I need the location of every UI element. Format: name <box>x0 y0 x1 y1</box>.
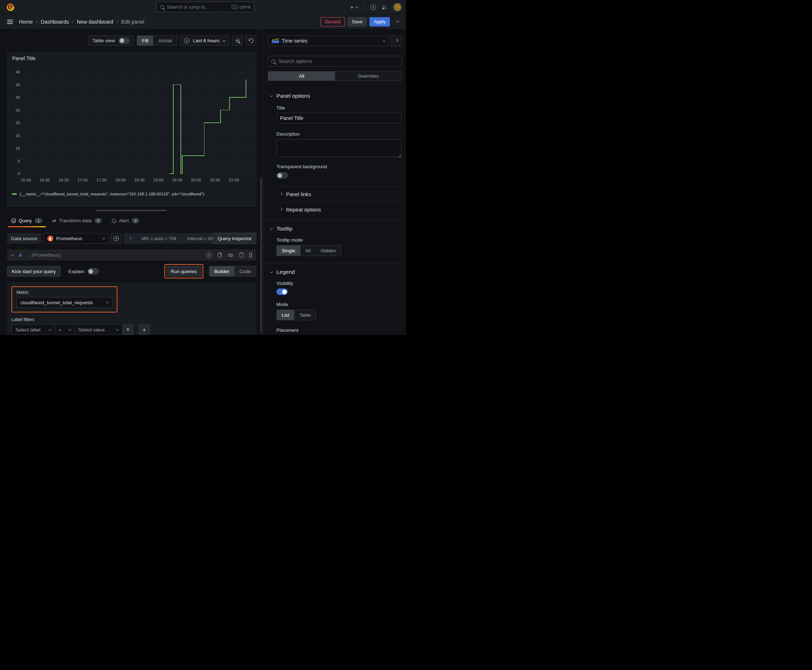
option-list[interactable]: List <box>277 310 294 320</box>
hamburger-menu-icon[interactable] <box>7 20 13 24</box>
operator-dropdown[interactable]: = <box>55 324 75 335</box>
tab-transform-data[interactable]: ⇄Transform data0 <box>48 214 106 227</box>
svg-text:0: 0 <box>18 171 20 176</box>
duplicate-icon[interactable] <box>218 253 222 257</box>
metric-label: Metric <box>17 290 112 295</box>
bell-icon <box>112 219 116 222</box>
query-ref-id: A <box>19 252 22 258</box>
grafana-logo-icon[interactable] <box>6 2 15 12</box>
kick-start-query-button[interactable]: Kick start your query <box>7 266 61 277</box>
legend-placement-label: Placement <box>276 328 402 333</box>
option-hidden[interactable]: Hidden <box>316 245 341 255</box>
svg-text:19:00: 19:00 <box>153 178 163 182</box>
panel-title[interactable]: Panel Title <box>11 52 253 63</box>
grafana-edit-panel-page: ctrl+k <box>0 0 406 335</box>
search-input[interactable] <box>167 4 229 10</box>
table-view-toggle-group: Table view <box>88 36 134 46</box>
option-single[interactable]: Single <box>277 245 300 255</box>
svg-text:35: 35 <box>15 83 20 87</box>
remove-filter-button[interactable] <box>122 324 134 335</box>
explain-toggle[interactable] <box>87 268 99 274</box>
panel-links-section[interactable]: Panel links <box>268 187 402 202</box>
breadcrumb-item-home[interactable]: Home <box>19 19 33 25</box>
repeat-options-section[interactable]: Repeat options <box>268 202 402 217</box>
options-search[interactable] <box>268 56 402 66</box>
legend-section[interactable]: Legend <box>268 269 402 275</box>
help-icon[interactable] <box>206 252 212 258</box>
save-button[interactable]: Save <box>348 17 367 27</box>
table-view-label: Table view <box>92 38 115 43</box>
time-series-icon <box>272 38 279 43</box>
option-all[interactable]: All <box>268 71 335 81</box>
chevron-down-icon <box>356 5 358 8</box>
refresh-button[interactable] <box>246 36 256 46</box>
svg-text:21:00: 21:00 <box>229 178 239 182</box>
svg-text:30: 30 <box>15 95 20 100</box>
metric-select[interactable]: cloudflared_tunnel_total_requests <box>17 297 112 308</box>
option-overrides[interactable]: Overrides <box>335 71 402 81</box>
scrollbar[interactable] <box>260 177 262 333</box>
options-search-input[interactable] <box>278 58 398 64</box>
topbar-actions <box>350 0 402 14</box>
panel-title-input[interactable] <box>276 113 402 124</box>
breadcrumb-separator: › <box>116 19 118 24</box>
tab-label: Alert <box>119 218 129 223</box>
svg-text:18:00: 18:00 <box>115 178 125 182</box>
time-range-picker[interactable]: Last 6 hours <box>180 36 229 46</box>
run-queries-button[interactable]: Run queries <box>166 266 202 277</box>
chevron-down-icon <box>49 328 52 331</box>
panel-description-input[interactable] <box>276 139 402 157</box>
new-menu-button[interactable] <box>350 4 358 10</box>
chevron-down-icon <box>383 39 386 42</box>
avatar[interactable] <box>393 3 402 12</box>
datasource-picker[interactable]: Prometheus <box>43 233 109 244</box>
news-icon[interactable] <box>382 5 387 10</box>
add-filter-button[interactable] <box>139 324 150 335</box>
breadcrumb-item-new-dashboard[interactable]: New dashboard <box>77 19 114 25</box>
help-icon[interactable] <box>370 4 376 10</box>
legend-visibility-toggle[interactable] <box>276 288 288 295</box>
table-view-toggle[interactable] <box>119 37 130 44</box>
collapse-header-icon[interactable] <box>396 20 400 24</box>
drag-grip-icon[interactable] <box>249 253 252 257</box>
chevron-down-icon <box>223 39 225 42</box>
tooltip-mode-label: Tooltip mode <box>276 237 402 243</box>
panel-options-section[interactable]: Panel options <box>268 93 402 99</box>
chevron-right-icon <box>395 39 398 42</box>
datasource-help-button[interactable] <box>111 233 122 244</box>
resize-drag-handle[interactable] <box>96 210 167 211</box>
svg-text:15: 15 <box>15 134 20 138</box>
delete-icon[interactable] <box>239 254 243 257</box>
visualization-picker[interactable]: Time series <box>268 36 389 46</box>
option-fill[interactable]: Fill <box>137 36 153 46</box>
legend-label[interactable]: {__name__="cloudflared_tunnel_total_requ… <box>20 192 204 196</box>
option-code[interactable]: Code <box>234 266 256 276</box>
select-value-dropdown[interactable]: Select value <box>75 324 122 335</box>
breadcrumb-item-dashboards[interactable]: Dashboards <box>41 19 69 25</box>
query-inspector-button[interactable]: Query inspector <box>213 233 256 244</box>
zoom-out-button[interactable] <box>232 36 243 46</box>
tab-badge: 1 <box>35 218 42 223</box>
explain-label: Explain <box>68 269 84 274</box>
svg-text:25: 25 <box>15 108 20 112</box>
option-actual[interactable]: Actual <box>153 36 177 46</box>
option-builder[interactable]: Builder <box>209 266 234 276</box>
tab-alert[interactable]: Alert0 <box>108 214 144 227</box>
svg-text:16:30: 16:30 <box>58 178 69 182</box>
global-search[interactable]: ctrl+k <box>156 2 254 12</box>
toggle-visibility-icon[interactable] <box>228 253 234 258</box>
discard-button[interactable]: Discard <box>320 17 345 27</box>
select-label-dropdown[interactable]: Select label <box>12 324 55 335</box>
apply-button[interactable]: Apply <box>370 17 390 27</box>
chevron-down-icon <box>116 328 119 331</box>
transparent-background-toggle[interactable] <box>276 172 288 179</box>
query-options-strip[interactable]: MD = auto = 704 Interval = 30s Query ins… <box>124 233 256 244</box>
top-nav-bar: ctrl+k <box>0 0 406 14</box>
tab-query[interactable]: Query1 <box>7 214 47 227</box>
tooltip-section[interactable]: Tooltip <box>268 225 402 232</box>
query-row-header[interactable]: A (Prometheus) <box>7 249 256 261</box>
option-table[interactable]: Table <box>294 310 316 320</box>
option-all[interactable]: All <box>300 245 316 255</box>
explain-toggle-group: Explain <box>68 268 99 274</box>
expand-viz-picker-button[interactable] <box>391 36 402 46</box>
